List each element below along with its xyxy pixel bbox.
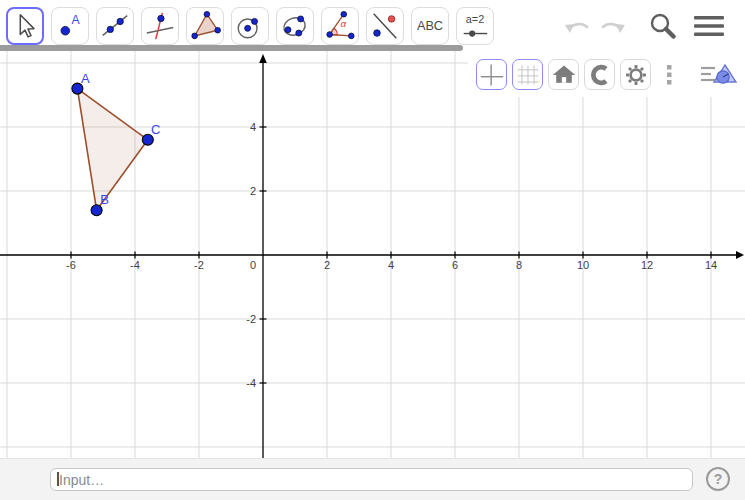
undo-icon <box>563 14 591 36</box>
move-cursor-icon <box>9 10 41 42</box>
open-stylebar-button[interactable] <box>696 59 740 90</box>
help-button[interactable]: ? <box>706 467 730 491</box>
graphics-canvas[interactable]: -6-4-20246810121442-2-4ABC <box>0 51 745 458</box>
tool-angle[interactable]: α <box>321 7 359 45</box>
polygon-icon <box>189 10 221 42</box>
text-caret <box>57 472 59 486</box>
algebra-input[interactable] <box>50 468 693 491</box>
tool-text[interactable]: ABC <box>411 7 449 45</box>
axes-icon <box>479 62 505 88</box>
y-axis-label: 2 <box>250 185 256 197</box>
search-icon <box>647 11 677 39</box>
tool-line[interactable] <box>96 7 134 45</box>
y-axis-label: -4 <box>246 377 256 389</box>
menu-button[interactable] <box>692 13 726 39</box>
tool-perpendicular-line[interactable] <box>141 7 179 45</box>
x-axis-label: 4 <box>388 259 394 271</box>
more-options-button[interactable] <box>658 59 680 90</box>
x-axis-label: 2 <box>324 259 330 271</box>
point-label-A: A <box>81 71 90 86</box>
x-axis-label: -4 <box>130 259 140 271</box>
home-icon <box>551 62 577 88</box>
grid-icon <box>515 62 541 88</box>
tool-circle-with-center[interactable] <box>231 7 269 45</box>
text-icon: ABC <box>413 10 447 42</box>
angle-icon: α <box>324 10 356 42</box>
redo-icon <box>599 14 627 36</box>
hamburger-menu-icon <box>693 14 725 38</box>
circle-icon <box>234 10 266 42</box>
x-axis-label: -2 <box>194 259 204 271</box>
settings-button[interactable] <box>620 59 651 90</box>
graphics-stylebar <box>468 51 745 97</box>
tool-polygon[interactable] <box>186 7 224 45</box>
gear-icon <box>623 62 649 88</box>
undo-button[interactable] <box>562 13 592 37</box>
toolbar: A <box>0 0 745 45</box>
x-axis-label: 8 <box>516 259 522 271</box>
tool-slider[interactable]: a=2 <box>456 7 494 45</box>
tool-point[interactable]: A <box>51 7 89 45</box>
toggle-grid-button[interactable] <box>512 59 543 90</box>
slider-icon: a=2 <box>458 10 492 42</box>
conic-icon <box>279 10 311 42</box>
reflect-icon <box>369 10 401 42</box>
point-icon: A <box>54 10 86 42</box>
toggle-axes-button[interactable] <box>476 59 507 90</box>
angle-tool-label: α <box>340 18 346 29</box>
x-axis-label: 10 <box>577 259 589 271</box>
text-tool-label: ABC <box>417 19 443 33</box>
tool-conic-through-points[interactable] <box>276 7 314 45</box>
perpendicular-line-icon <box>144 10 176 42</box>
kebab-dots-icon <box>661 62 677 88</box>
x-axis-arrow <box>736 251 744 259</box>
tool-move[interactable] <box>6 7 44 45</box>
x-axis-label: 12 <box>641 259 653 271</box>
triangle-polygon[interactable] <box>77 89 147 211</box>
y-axis-label: 4 <box>250 121 256 133</box>
line-icon <box>99 10 131 42</box>
graphics-view[interactable]: -6-4-20246810121442-2-4ABC <box>0 51 745 458</box>
standard-view-button[interactable] <box>548 59 579 90</box>
tool-reflect-about-line[interactable] <box>366 7 404 45</box>
point-tool-label: A <box>71 13 80 27</box>
input-bar: ? <box>0 458 745 500</box>
x-axis-label: 14 <box>705 259 717 271</box>
x-axis-label: -6 <box>66 259 76 271</box>
origin-label: 0 <box>250 259 256 271</box>
slider-tool-label: a=2 <box>466 13 484 25</box>
y-axis-arrow <box>259 54 267 63</box>
magnet-snap-icon <box>587 62 613 88</box>
redo-button[interactable] <box>598 13 628 37</box>
stylebar-toggle-icon <box>698 61 738 89</box>
point-capturing-button[interactable] <box>584 59 615 90</box>
point-label-C: C <box>151 122 160 137</box>
search-button[interactable] <box>646 11 678 39</box>
y-axis-label: -2 <box>246 313 256 325</box>
point-label-B: B <box>100 192 109 207</box>
x-axis-label: 6 <box>452 259 458 271</box>
